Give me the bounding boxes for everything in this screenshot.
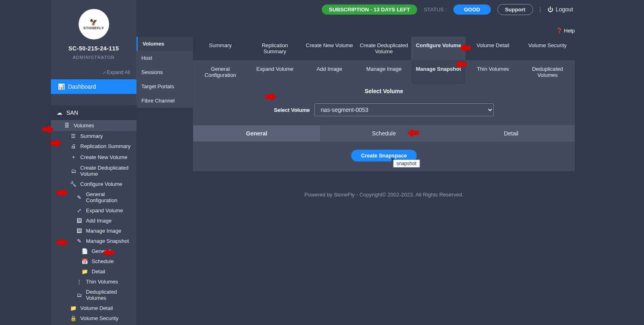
sidebar-item-label: Volume Security xyxy=(80,315,119,321)
sidebar-item-label: Expand Volume xyxy=(86,207,123,214)
secmenu-target-portals[interactable]: Target Portals xyxy=(136,79,193,94)
support-button[interactable]: Support xyxy=(497,4,533,15)
sidebar-item-label: Schedule xyxy=(92,258,114,264)
tab-dedup-volumes[interactable]: Deduplicated Volumes xyxy=(520,60,575,84)
lock-icon: 🔒 xyxy=(70,315,77,321)
sidebar-leaf-general-config[interactable]: ✎ General Configuration xyxy=(51,189,136,205)
list-icon: ☰ xyxy=(70,133,77,139)
wrench-icon: 🔧 xyxy=(70,181,77,187)
sidebar-item-volumes[interactable]: 🗄 Volumes xyxy=(51,120,136,131)
sidebar-item-label: Deduplicated Volumes xyxy=(86,289,132,301)
tab-expand-volume[interactable]: Expand Volume xyxy=(248,60,302,84)
tab-create-new-volume[interactable]: Create New Volume xyxy=(302,37,357,60)
logout-label: Logout xyxy=(556,6,573,13)
help-link[interactable]: Help xyxy=(556,28,575,34)
thin-icon: ⋮ xyxy=(75,279,83,285)
logo-text: STONEFLY xyxy=(83,26,104,30)
subtab-general[interactable]: General xyxy=(193,125,320,142)
tab-create-dedup-volume[interactable]: Create Deduplicated Volume xyxy=(357,37,411,60)
sidebar-leaf-add-image[interactable]: 🖼 Add Image xyxy=(51,216,136,226)
power-icon: ⏻ xyxy=(547,6,553,13)
doc-icon: 📄 xyxy=(81,248,88,254)
edit-icon: ✎ xyxy=(75,194,83,201)
sidebar-sub-create-new-volume[interactable]: ＋ Create New Volume xyxy=(51,151,136,163)
tab-add-image[interactable]: Add Image xyxy=(302,60,357,84)
tab-general-config[interactable]: General Configuration xyxy=(193,60,248,84)
tab-replication-summary[interactable]: Replication Summary xyxy=(248,37,302,60)
sidebar-sub-create-dedup-volume[interactable]: 🗂 Create Deduplicated Volume xyxy=(51,163,136,179)
image-icon: 🖼 xyxy=(75,228,83,234)
sidebar-item-label: Thin Volumes xyxy=(86,279,118,285)
sidebar-leaf-snap-schedule[interactable]: 📅 Schedule xyxy=(51,256,136,266)
sidebar-sub-replication-summary[interactable]: 🖨 Replication Summary xyxy=(51,141,136,151)
subtab-schedule[interactable]: Schedule xyxy=(320,125,447,142)
main-panel: Summary Replication Summary Create New V… xyxy=(193,37,575,218)
sidebar-item-label: Create New Volume xyxy=(80,154,127,160)
folder-icon: 📁 xyxy=(70,305,77,311)
tab-manage-image[interactable]: Manage Image xyxy=(357,60,411,84)
status-value-badge[interactable]: GOOD xyxy=(453,4,491,15)
sidebar-leaf-snap-general[interactable]: 📄 General xyxy=(51,246,136,256)
sidebar-item-dashboard[interactable]: 📊 Dashboard xyxy=(51,79,136,94)
image-icon: 🖼 xyxy=(75,218,83,224)
secmenu-host[interactable]: Host xyxy=(136,51,193,65)
expand-all-link[interactable]: Expand All xyxy=(51,70,136,79)
san-icon: ☁ xyxy=(56,109,63,116)
folder-icon: 📁 xyxy=(81,268,88,275)
sidebar-sub-configure-volume[interactable]: 🔧 Configure Volume xyxy=(51,179,136,189)
secmenu-volumes[interactable]: Volumes xyxy=(136,37,193,51)
dashboard-icon: 📊 xyxy=(57,83,65,90)
logo-icon: 🦅 xyxy=(90,18,98,26)
logout-button[interactable]: ⏻ Logout xyxy=(547,6,573,13)
expand-icon: ⤢ xyxy=(75,207,83,214)
sidebar-item-label: Summary xyxy=(80,133,103,139)
sidebar-item-label: Add Image xyxy=(86,218,112,224)
content-panel: Select Volume Select Volume nas-segment-… xyxy=(193,84,575,171)
secmenu-sessions[interactable]: Sessions xyxy=(136,65,193,79)
sidebar-item-label: Volumes xyxy=(74,122,94,129)
snapshot-subtabs: General Schedule Detail xyxy=(193,125,575,142)
sidebar-leaf-manage-snapshot[interactable]: ✎ Manage Snapshot xyxy=(51,236,136,246)
tab-configure-volume[interactable]: Configure Volume xyxy=(411,37,466,60)
sidebar-item-label: Dashboard xyxy=(68,83,96,90)
sidebar-leaf-thin-volumes[interactable]: ⋮ Thin Volumes xyxy=(51,277,136,287)
sidebar-item-san[interactable]: ☁ SAN xyxy=(51,105,136,120)
sidebar-item-label: General Configuration xyxy=(86,191,132,203)
role-label: ADMINISTRATOR xyxy=(51,55,136,60)
sidebar-sub-volume-security[interactable]: 🔒 Volume Security xyxy=(51,313,136,323)
sidebar-item-label: Manage Image xyxy=(86,228,121,234)
secondary-tabs: General Configuration Expand Volume Add … xyxy=(193,60,575,84)
tab-volume-security[interactable]: Volume Security xyxy=(520,37,575,60)
panel-title-select-volume: Select Volume xyxy=(193,84,575,98)
sidebar-item-label: Manage Snapshot xyxy=(86,238,129,244)
sidebar-item-label: Replication Summary xyxy=(80,143,131,149)
dedup-icon: 🗂 xyxy=(75,292,83,298)
select-volume-dropdown[interactable]: nas-segment-0053 xyxy=(314,103,494,116)
primary-tabs: Summary Replication Summary Create New V… xyxy=(193,37,575,60)
tab-summary[interactable]: Summary xyxy=(193,37,248,60)
plus-icon: ＋ xyxy=(70,153,77,161)
sidebar-leaf-manage-image[interactable]: 🖼 Manage Image xyxy=(51,226,136,236)
sidebar-item-label: Configure Volume xyxy=(80,181,122,187)
sidebar-leaf-expand-volume[interactable]: ⤢ Expand Volume xyxy=(51,205,136,216)
sidebar-sub-summary[interactable]: ☰ Summary xyxy=(51,131,136,141)
secmenu-fibre-channel[interactable]: Fibre Channel xyxy=(136,94,193,108)
sidebar-item-label: Create Deduplicated Volume xyxy=(80,165,132,177)
subtab-detail[interactable]: Detail xyxy=(448,125,575,142)
calendar-icon: 📅 xyxy=(81,258,88,264)
separator: | xyxy=(540,6,541,13)
subscription-badge[interactable]: SUBSCRIPTION - 13 DAYS LEFT xyxy=(322,4,418,15)
sidebar-leaf-snap-detail[interactable]: 📁 Detail xyxy=(51,266,136,277)
sidebar-item-label: SAN xyxy=(66,109,78,116)
footer-text: Powered by StoneFly - Copyright© 2002-20… xyxy=(193,171,575,218)
sidebar-leaf-dedup-volumes[interactable]: 🗂 Deduplicated Volumes xyxy=(51,287,136,303)
sidebar-sub-volume-detail[interactable]: 📁 Volume Detail xyxy=(51,303,136,313)
sidebar-item-label: Volume Detail xyxy=(80,305,113,311)
tab-thin-volumes[interactable]: Thin Volumes xyxy=(466,60,520,84)
hostname-label: SC-50-215-24-115 xyxy=(51,45,136,52)
tab-volume-detail[interactable]: Volume Detail xyxy=(466,37,520,60)
secondary-menu: Volumes Host Sessions Target Portals Fib… xyxy=(136,37,193,108)
snapshot-icon: ✎ xyxy=(75,238,83,244)
select-volume-label: Select Volume xyxy=(274,107,310,113)
tab-manage-snapshot[interactable]: Manage Snapshot xyxy=(411,60,466,84)
